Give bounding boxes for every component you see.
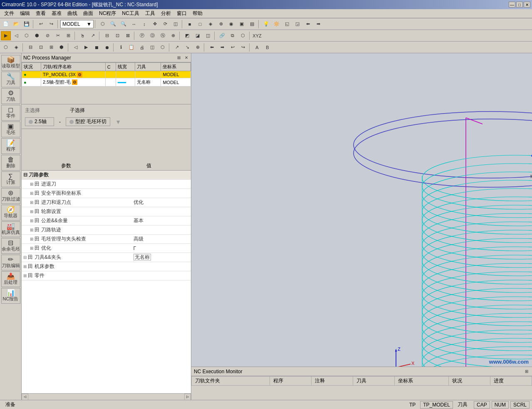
tb3-btn12[interactable]: 📋 <box>126 43 136 52</box>
tb-btn-b7[interactable]: ▤ <box>247 20 257 29</box>
tb2-btn12[interactable]: ⊠ <box>123 31 133 40</box>
tb3-btn20[interactable]: ➡ <box>217 43 227 52</box>
tb-btn-b1[interactable]: ■ <box>185 20 195 29</box>
tb-btn-a7[interactable]: ⟳ <box>160 20 170 29</box>
tb3-btn18[interactable]: ⊕ <box>193 43 203 52</box>
tb3-btn3[interactable]: ⊟ <box>25 43 35 52</box>
tb-btn-c5[interactable]: ⬅ <box>303 20 313 29</box>
tb3-btn24[interactable]: B <box>262 43 272 52</box>
tool-part[interactable]: ◻ 零件 <box>1 105 20 121</box>
menu-nc-program[interactable]: NC程序 <box>97 9 119 18</box>
tb2-btn20[interactable]: 🔗 <box>217 31 227 40</box>
tb-new[interactable]: 📄 <box>1 20 11 29</box>
tb3-btn4[interactable]: ⊡ <box>36 43 46 52</box>
tb3-btn21[interactable]: ↩ <box>228 43 238 52</box>
tool-filter[interactable]: ⊛ 刀轨过滤 <box>1 188 20 204</box>
tb-btn-b6[interactable]: ▣ <box>237 20 247 29</box>
tb2-btn14[interactable]: Ⓓ <box>147 31 157 40</box>
tb-btn-a4[interactable]: ↔ <box>129 20 139 29</box>
tb-save[interactable]: 💾 <box>22 20 32 29</box>
tb-btn-c4[interactable]: ◲ <box>292 20 302 29</box>
tb-btn-c6[interactable]: ➡ <box>313 20 323 29</box>
tool-delete[interactable]: 🗑 删除 <box>1 155 20 171</box>
maximize-button[interactable]: □ <box>516 2 523 7</box>
tb3-btn8[interactable]: ▶ <box>81 43 91 52</box>
main-select-value[interactable]: 2.5轴 <box>25 117 54 126</box>
table-row[interactable]: ● TP_MODEL (3X ⚙ MODEL <box>22 71 191 78</box>
tool-blank[interactable]: ▣ 毛坯 <box>1 121 20 137</box>
nc-monitor-float-btn[interactable]: ⊞ <box>524 369 530 374</box>
tb3-btn5[interactable]: ⊞ <box>46 43 56 52</box>
tb2-btn6[interactable]: ✂ <box>53 31 63 40</box>
tb2-btn11[interactable]: ⊡ <box>112 31 122 40</box>
tool-residual[interactable]: ⊟ 余余毛坯 <box>1 238 20 254</box>
sub-select-value[interactable]: 型腔 毛坯环切 <box>66 117 110 126</box>
close-button[interactable]: ✕ <box>524 2 530 7</box>
tb2-btn9[interactable]: ↗ <box>88 31 98 40</box>
tb2-btn10[interactable]: ⊟ <box>102 31 112 40</box>
menu-nc-tools[interactable]: NC工具 <box>119 9 141 18</box>
tb-btn-a3[interactable]: 🔍 <box>119 20 129 29</box>
tb3-btn13[interactable]: 🖨 <box>137 43 147 52</box>
tb3-btn17[interactable]: ↘ <box>182 43 192 52</box>
params-body[interactable]: ⊟ 刀路参数 ⊞ 田 进退刀 <box>22 171 191 393</box>
tb-undo[interactable]: ↩ <box>36 20 46 29</box>
tb2-btn17[interactable]: ◩ <box>182 31 192 40</box>
tb3-btn6[interactable]: ⬢ <box>57 43 67 52</box>
tb2-btn16[interactable]: ⊕ <box>168 31 178 40</box>
tool-calculate[interactable]: ∑ 计算 <box>1 171 20 187</box>
tb2-btn4[interactable]: ⬢ <box>32 31 42 40</box>
table-row[interactable]: ● 2.5轴-型腔-毛 ⚙ 无名称 MODEL <box>22 78 191 87</box>
menu-datum[interactable]: 基准 <box>49 9 64 18</box>
tb2-btn8[interactable]: 🖱 <box>77 31 87 40</box>
tb2-btn22[interactable]: ⬡ <box>238 31 248 40</box>
tb3-btn11[interactable]: ℹ <box>116 43 126 52</box>
nc-manager-float-btn[interactable]: ⊞ <box>176 55 182 61</box>
menu-edit[interactable]: 编辑 <box>17 9 32 18</box>
tb-btn-a2[interactable]: 🔍 <box>108 20 118 29</box>
tb-redo[interactable]: ↪ <box>46 20 56 29</box>
tb3-btn9[interactable]: ⏹ <box>92 43 101 52</box>
tb2-btn19[interactable]: ◫ <box>203 31 213 40</box>
tb2-btn5[interactable]: ⊘ <box>42 31 52 40</box>
tb3-btn1[interactable]: ⬡ <box>1 43 11 52</box>
tool-post[interactable]: 📤 后处理 <box>1 271 20 287</box>
tb3-btn2[interactable]: ◈ <box>11 43 21 52</box>
viewport[interactable]: Z Y X MODEL.X1 Z Y <box>191 53 532 367</box>
menu-curve[interactable]: 曲线 <box>65 9 80 18</box>
menu-file[interactable]: 文件 <box>2 9 17 18</box>
tb2-btn23[interactable]: XYZ <box>252 31 262 40</box>
hscroll-left-btn[interactable]: ◁ <box>22 394 28 400</box>
tool-toolpath[interactable]: ⚙ 刀轨 <box>1 88 20 104</box>
menu-window[interactable]: 窗口 <box>174 9 189 18</box>
tb3-btn19[interactable]: ⬅ <box>207 43 217 52</box>
menu-view[interactable]: 查看 <box>33 9 48 18</box>
tb-btn-b3[interactable]: ◈ <box>205 20 215 29</box>
tool-nc-report[interactable]: 📊 NC报告 <box>1 288 20 304</box>
tb3-btn14[interactable]: ◫ <box>147 43 157 52</box>
tb3-btn22[interactable]: ↪ <box>238 43 248 52</box>
tb-btn-b4[interactable]: ⊕ <box>216 20 226 29</box>
tb2-btn15[interactable]: Ⓝ <box>158 31 168 40</box>
tb2-btn2[interactable]: ◁ <box>11 31 21 40</box>
tb-btn-c1[interactable]: 💡 <box>261 20 271 29</box>
tb-btn-a8[interactable]: ◫ <box>171 20 181 29</box>
menu-analysis[interactable]: 分析 <box>158 9 173 18</box>
tb-btn-b5[interactable]: ◉ <box>226 20 236 29</box>
tb-btn-c3[interactable]: ◱ <box>282 20 292 29</box>
hscroll-right-btn[interactable]: ▷ <box>184 394 191 400</box>
tool-machine-sim[interactable]: 🏭 机床仿真 <box>1 221 20 237</box>
tool-load-model[interactable]: 📦 读取模型 <box>1 55 20 71</box>
tb2-btn3[interactable]: ⬡ <box>22 31 32 40</box>
minimize-button[interactable]: — <box>509 2 515 7</box>
nc-manager-close-btn[interactable]: ✕ <box>183 55 189 61</box>
tb-btn-a1[interactable]: ⬡ <box>98 20 108 29</box>
tb3-btn7[interactable]: ◁ <box>71 43 81 52</box>
tb3-btn15[interactable]: ⬡ <box>158 43 168 52</box>
tb-btn-a6[interactable]: ✥ <box>150 20 160 29</box>
menu-help[interactable]: 帮助 <box>190 9 205 18</box>
tb3-btn16[interactable]: ↗ <box>172 43 182 52</box>
tb2-btn18[interactable]: ◪ <box>193 31 203 40</box>
tool-navigator[interactable]: 🧭 导航器 <box>1 205 20 221</box>
tb-btn-c2[interactable]: 🔆 <box>272 20 282 29</box>
